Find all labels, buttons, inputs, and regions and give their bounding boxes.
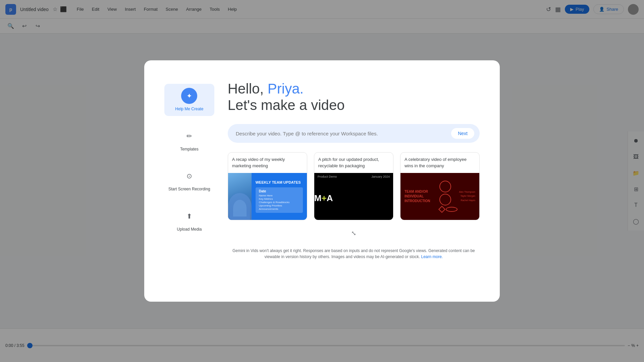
suggestion-text-2: A pitch for our updated product, recycla…: [314, 153, 393, 173]
card1-content: WEEKLY TEAM UPDATES Date Name Here Key M…: [252, 177, 307, 216]
greeting: Hello, Priya. Let's make a video: [228, 80, 480, 113]
card3-oval: [446, 207, 458, 212]
sparkle-icon: ✦: [186, 92, 192, 100]
next-button[interactable]: Next: [451, 128, 474, 139]
suggestion-card-employee-wins[interactable]: A celebratory video of employee wins in …: [400, 152, 480, 220]
card3-preview: TEAM AND/OR INDIVIDUAL INTRODUCTION: [400, 173, 479, 220]
sparkle-icon-wrap: ✦: [181, 88, 197, 104]
card2-preview: Product Demo January 2024 M+A: [314, 173, 393, 220]
modal-footer: Gemini in Vids won't always get it right…: [228, 242, 480, 260]
screen-recording-icon-wrap: ⊙: [181, 168, 197, 184]
card3-name-1: Alex Thompson: [459, 190, 475, 194]
modal-sidebar: ✦ Help Me Create ✏ Templates ⊙ Start Scr…: [164, 80, 214, 260]
suggestion-text-3: A celebratory video of employee wins in …: [400, 153, 479, 173]
card2-logo: M+A: [314, 177, 333, 220]
card1-field-1: Name Here: [259, 194, 300, 197]
card3-circles-col: [439, 181, 458, 212]
sidebar-item-upload-media[interactable]: ⬆ Upload Media: [164, 204, 214, 236]
card1-info-box: Date Name Here Key Metrics Challenges & …: [256, 187, 303, 213]
suggestions-grid: A recap video of my weekly marketing mee…: [228, 152, 480, 220]
card1-date-label: Date: [259, 189, 300, 193]
card3-name-2: Taylor Morgan: [459, 194, 475, 198]
card3-name-3: Rachel Hayes: [459, 198, 475, 203]
sidebar-label-help-me-create: Help Me Create: [175, 107, 203, 112]
card1-field-4: Upcoming Priorities: [259, 204, 300, 207]
card3-bottom-shapes: [439, 207, 458, 212]
card2-a-text: A: [327, 193, 333, 203]
sidebar-item-help-me-create[interactable]: ✦ Help Me Create: [164, 84, 214, 116]
footer-learn-more-link[interactable]: Learn more.: [421, 254, 443, 259]
sidebar-item-templates[interactable]: ✏ Templates: [164, 124, 214, 156]
card2-date: January 2024: [371, 175, 390, 178]
modal-main: Hello, Priya. Let's make a video Next A …: [228, 80, 480, 260]
expand-row: ⤡: [228, 230, 480, 237]
templates-icon-wrap: ✏: [181, 128, 197, 144]
card1-person-image: [228, 173, 252, 220]
suggestion-text-1: A recap video of my weekly marketing mee…: [228, 153, 307, 173]
card3-circle-2: [439, 194, 451, 205]
greeting-hello-text: Hello,: [228, 81, 268, 97]
upload-icon-wrap: ⬆: [181, 208, 197, 224]
suggestion-card-product-pitch[interactable]: A pitch for our updated product, recycla…: [314, 152, 393, 220]
card3-circle-1: [439, 181, 451, 192]
card2-plus-icon: +: [321, 193, 326, 203]
describe-video-input[interactable]: [236, 131, 447, 136]
card1-field-2: Key Metrics: [259, 197, 300, 200]
sidebar-label-screen-recording: Start Screen Recording: [168, 187, 210, 192]
sidebar-label-templates: Templates: [180, 147, 199, 152]
card2-m-text: M: [314, 193, 322, 203]
card1-field-5: Announcements: [259, 207, 300, 210]
describe-video-input-area: Next: [228, 124, 480, 143]
screen-recording-icon: ⊙: [186, 172, 192, 180]
modal-dialog: ✦ Help Me Create ✏ Templates ⊙ Start Scr…: [144, 60, 500, 302]
card1-preview: WEEKLY TEAM UPDATES Date Name Here Key M…: [228, 173, 307, 220]
modal-content: ✦ Help Me Create ✏ Templates ⊙ Start Scr…: [164, 80, 480, 260]
card3-diamond: [438, 206, 445, 213]
templates-icon: ✏: [186, 132, 192, 140]
greeting-line2: Let's make a video: [228, 97, 480, 113]
suggestion-card-weekly-meeting[interactable]: A recap video of my weekly marketing mee…: [228, 152, 307, 220]
card3-title-text: TEAM AND/OR INDIVIDUAL INTRODUCTION: [405, 189, 438, 203]
card3-right: Alex Thompson Taylor Morgan Rachel Hayes: [439, 181, 475, 212]
card1-field-3: Challenges & Roadblocks: [259, 201, 300, 204]
modal-overlay: ✦ Help Me Create ✏ Templates ⊙ Start Scr…: [0, 0, 644, 362]
sidebar-label-upload-media: Upload Media: [177, 227, 202, 232]
greeting-name-text: Priya.: [268, 81, 304, 97]
card3-names: Alex Thompson Taylor Morgan Rachel Hayes: [459, 190, 475, 203]
greeting-line1: Hello, Priya.: [228, 80, 480, 97]
expand-collapse-icon[interactable]: ⤡: [351, 230, 356, 237]
sidebar-item-screen-recording[interactable]: ⊙ Start Screen Recording: [164, 164, 214, 196]
upload-icon: ⬆: [186, 212, 192, 220]
card1-title: WEEKLY TEAM UPDATES: [256, 180, 303, 185]
